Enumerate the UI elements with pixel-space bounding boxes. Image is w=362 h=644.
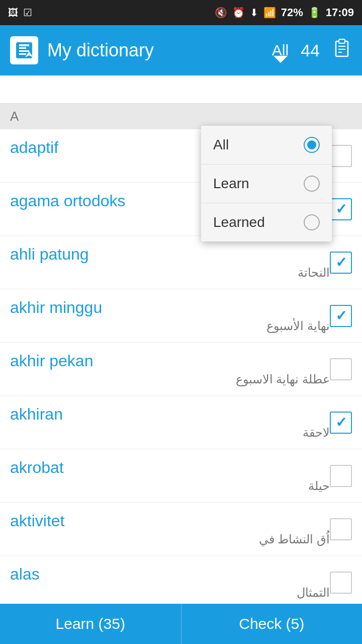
filter-all-option[interactable]: All [201, 126, 332, 165]
search-input[interactable] [10, 82, 352, 97]
word-row: ahli patung النحاتة ✓ [0, 236, 362, 289]
word-content: ahli patung النحاتة [10, 245, 330, 280]
checkmark-icon: ✓ [335, 254, 347, 271]
learn-button[interactable]: Learn (35) [0, 604, 181, 644]
word-translation: اُق النشاط في [10, 532, 330, 546]
search-area [0, 75, 362, 104]
word-checkbox[interactable]: ✓ [330, 198, 352, 220]
word-checkbox[interactable] [330, 518, 352, 540]
app-logo [10, 36, 38, 64]
word-row: alas التمثال [0, 556, 362, 609]
word-translation: التمثال [10, 586, 330, 600]
word-checkbox[interactable]: ✓ [330, 305, 352, 327]
filter-learned-radio[interactable] [304, 214, 320, 230]
app-title: My dictionary [47, 40, 272, 61]
check-icon: ☑ [23, 7, 32, 19]
bottom-bar: Learn (35) Check (5) [0, 604, 362, 644]
word-translation: عطلة نهاية الاسبوع [10, 372, 330, 386]
word-main: aktivitet [10, 512, 330, 530]
clock: 17:09 [326, 6, 354, 19]
word-main: akhiran [10, 405, 330, 424]
word-row: akhir minggu نهاية الأسبوع ✓ [0, 289, 362, 343]
filter-learn-radio[interactable] [304, 176, 320, 192]
mute-icon: 🔇 [215, 7, 227, 19]
word-translation: النحاتة [10, 266, 330, 280]
word-content: akhiran لاحقة [10, 405, 330, 440]
section-label: A [10, 109, 19, 124]
word-checkbox[interactable] [330, 572, 352, 594]
filter-learned-label: Learned [213, 214, 265, 230]
status-bar: 🖼 ☑ 🔇 ⏰ ⬇ 📶 72% 🔋 17:09 [0, 0, 362, 25]
checkmark-icon: ✓ [335, 414, 347, 431]
word-count: 44 [301, 41, 320, 60]
filter-all-radio[interactable] [304, 137, 320, 153]
word-checkbox[interactable]: ✓ [330, 252, 352, 274]
word-row: akhiran لاحقة ✓ [0, 396, 362, 449]
word-content: akhir minggu نهاية الأسبوع [10, 298, 330, 333]
battery-level: 72% [281, 6, 303, 19]
word-content: akhir pekan عطلة نهاية الاسبوع [10, 352, 330, 386]
signal-icon: 📶 [263, 7, 276, 19]
word-content: akrobat حيلة [10, 458, 330, 493]
word-checkbox[interactable] [330, 145, 352, 167]
filter-learned-option[interactable]: Learned [201, 203, 332, 242]
word-translation: نهاية الأسبوع [10, 319, 330, 333]
check-button-label: Check (5) [239, 615, 304, 632]
filter-learn-label: Learn [213, 176, 249, 192]
image-icon: 🖼 [8, 7, 18, 19]
clipboard-icon[interactable] [332, 38, 352, 63]
filter-button[interactable]: All [272, 42, 289, 59]
word-main: akhir minggu [10, 298, 330, 317]
checkmark-icon: ✓ [335, 201, 347, 217]
word-row: akhir pekan عطلة نهاية الاسبوع [0, 343, 362, 396]
word-translation: لاحقة [10, 426, 330, 440]
word-translation: حيلة [10, 479, 330, 493]
battery-icon: 🔋 [308, 7, 321, 19]
word-main: alas [10, 565, 330, 584]
app-bar: My dictionary All 44 [0, 25, 362, 75]
word-main: ahli patung [10, 245, 330, 264]
word-checkbox[interactable] [330, 358, 352, 380]
word-content: alas التمثال [10, 565, 330, 600]
word-row: akrobat حيلة [0, 449, 362, 503]
svg-rect-2 [339, 39, 345, 43]
learn-button-label: Learn (35) [56, 615, 125, 632]
alarm-icon: ⏰ [232, 7, 245, 19]
filter-all-label: All [213, 137, 229, 153]
filter-dropdown: All Learn Learned [201, 126, 332, 242]
word-checkbox[interactable] [330, 465, 352, 487]
word-content: aktivitet اُق النشاط في [10, 512, 330, 546]
word-main: akhir pekan [10, 352, 330, 370]
word-row: aktivitet اُق النشاط في [0, 503, 362, 556]
download-icon: ⬇ [250, 7, 258, 19]
checkmark-icon: ✓ [335, 307, 347, 324]
check-button[interactable]: Check (5) [181, 604, 363, 644]
word-checkbox[interactable]: ✓ [330, 412, 352, 434]
filter-learn-option[interactable]: Learn [201, 165, 332, 203]
word-main: akrobat [10, 458, 330, 477]
